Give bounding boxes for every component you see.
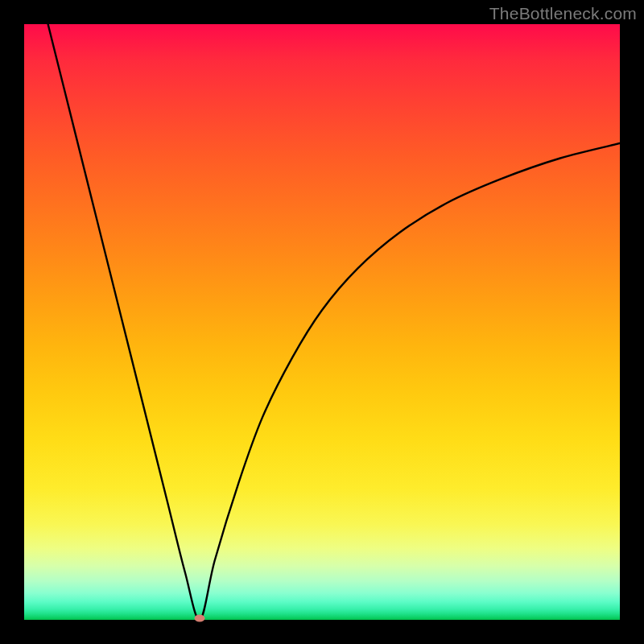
bottleneck-curve: [24, 24, 620, 620]
optimal-point-marker: [195, 614, 205, 621]
plot-area: [24, 24, 620, 620]
watermark-text: TheBottleneck.com: [489, 4, 637, 23]
chart-frame: TheBottleneck.com: [0, 0, 644, 644]
